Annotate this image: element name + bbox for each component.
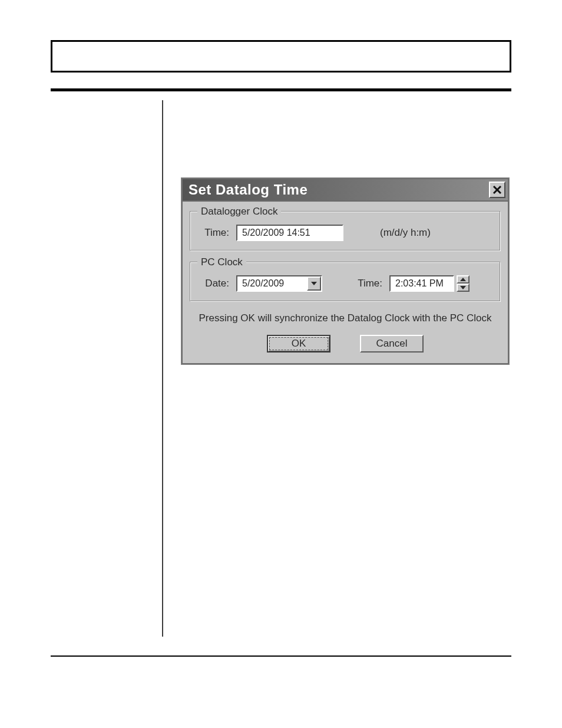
datalogger-format-hint: (m/d/y h:m) (380, 227, 431, 239)
chevron-down-icon (460, 286, 466, 289)
pc-time-value: 2:03:41 PM (395, 278, 444, 289)
close-button[interactable] (489, 182, 505, 198)
datalogger-time-field[interactable]: 5/20/2009 14:51 (236, 225, 343, 241)
ok-button-label: OK (292, 338, 306, 350)
cancel-button-label: Cancel (376, 338, 408, 350)
pc-date-combo[interactable]: 5/20/2009 (236, 275, 322, 292)
pc-clock-legend: PC Clock (197, 256, 246, 268)
datalogger-time-row: Time: 5/20/2009 14:51 (m/d/y h:m) (199, 225, 492, 241)
footer-rule (51, 655, 511, 657)
chevron-down-icon (311, 282, 317, 285)
pc-time-field[interactable]: 2:03:41 PM (389, 275, 454, 292)
close-icon (492, 185, 502, 195)
spin-down-button[interactable] (457, 284, 470, 292)
datalogger-clock-group: Datalogger Clock Time: 5/20/2009 14:51 (… (190, 211, 501, 251)
header-rule (51, 88, 511, 91)
cancel-button[interactable]: Cancel (360, 335, 424, 353)
sync-instruction: Pressing OK will synchronize the Datalog… (190, 312, 501, 324)
pc-date-dropdown-button[interactable] (307, 276, 321, 291)
pc-time-spinner: 2:03:41 PM (389, 275, 470, 292)
vertical-divider (162, 100, 163, 637)
datalogger-clock-legend: Datalogger Clock (197, 206, 281, 218)
spin-up-button[interactable] (457, 275, 470, 284)
datalogger-time-value: 5/20/2009 14:51 (242, 228, 310, 238)
dialog-title: Set Datalog Time (189, 182, 308, 198)
dialog-body: Datalogger Clock Time: 5/20/2009 14:51 (… (183, 202, 508, 363)
pc-date-value: 5/20/2009 (237, 276, 307, 291)
pc-time-spin-buttons (457, 275, 470, 292)
titlebar: Set Datalog Time (183, 179, 508, 202)
pc-clock-group: PC Clock Date: 5/20/2009 Time: 2:03:41 P… (190, 262, 501, 302)
pc-time-label: Time: (347, 278, 382, 289)
pc-date-label: Date: (199, 278, 229, 289)
ok-button[interactable]: OK (267, 335, 330, 353)
datalogger-time-label: Time: (199, 227, 229, 239)
chevron-up-icon (460, 278, 466, 281)
page: Set Datalog Time Datalogger Clock Time: … (0, 0, 562, 728)
pc-clock-row: Date: 5/20/2009 Time: 2:03:41 PM (199, 275, 492, 292)
header-box (51, 40, 511, 73)
set-datalog-time-dialog: Set Datalog Time Datalogger Clock Time: … (181, 178, 509, 364)
dialog-button-row: OK Cancel (190, 335, 501, 353)
